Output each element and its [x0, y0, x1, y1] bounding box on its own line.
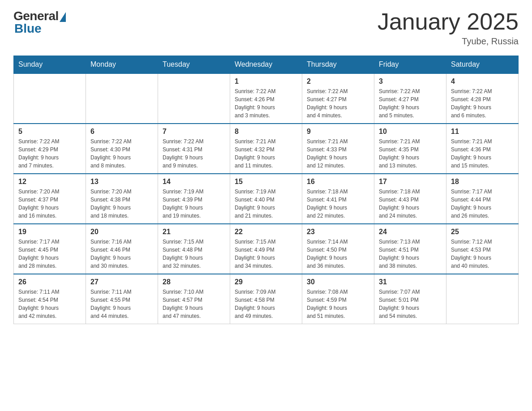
calendar-cell: 23Sunrise: 7:14 AM Sunset: 4:50 PM Dayli…	[302, 224, 374, 274]
day-number: 23	[307, 228, 369, 236]
day-number: 10	[379, 128, 442, 136]
day-number: 25	[451, 228, 514, 236]
title-section: January 2025 Tyube, Russia	[378, 9, 519, 47]
calendar-cell: 16Sunrise: 7:18 AM Sunset: 4:41 PM Dayli…	[302, 174, 374, 224]
weekday-header-thursday: Thursday	[302, 56, 374, 74]
calendar-cell: 1Sunrise: 7:22 AM Sunset: 4:26 PM Daylig…	[230, 73, 302, 124]
day-info: Sunrise: 7:22 AM Sunset: 4:27 PM Dayligh…	[307, 87, 369, 120]
day-info: Sunrise: 7:11 AM Sunset: 4:54 PM Dayligh…	[18, 288, 81, 320]
day-number: 17	[379, 178, 442, 186]
calendar-cell: 26Sunrise: 7:11 AM Sunset: 4:54 PM Dayli…	[14, 274, 86, 324]
day-number: 27	[90, 278, 153, 286]
day-info: Sunrise: 7:22 AM Sunset: 4:30 PM Dayligh…	[90, 137, 153, 170]
weekday-header-saturday: Saturday	[446, 56, 519, 74]
logo-blue-text: Blue	[14, 21, 42, 36]
weekday-header-tuesday: Tuesday	[158, 56, 230, 74]
page-header: General Blue January 2025 Tyube, Russia	[13, 9, 519, 47]
month-title: January 2025	[378, 9, 519, 34]
calendar-cell: 13Sunrise: 7:20 AM Sunset: 4:38 PM Dayli…	[86, 174, 158, 224]
day-info: Sunrise: 7:20 AM Sunset: 4:37 PM Dayligh…	[18, 188, 81, 220]
day-number: 12	[18, 178, 81, 186]
day-info: Sunrise: 7:21 AM Sunset: 4:36 PM Dayligh…	[451, 137, 514, 170]
calendar-cell: 11Sunrise: 7:21 AM Sunset: 4:36 PM Dayli…	[446, 124, 519, 174]
calendar-cell: 27Sunrise: 7:11 AM Sunset: 4:55 PM Dayli…	[86, 274, 158, 324]
calendar-cell: 30Sunrise: 7:08 AM Sunset: 4:59 PM Dayli…	[302, 274, 374, 324]
day-number: 5	[18, 128, 81, 136]
calendar-table: SundayMondayTuesdayWednesdayThursdayFrid…	[13, 56, 519, 324]
day-number: 7	[163, 128, 225, 136]
week-row-5: 26Sunrise: 7:11 AM Sunset: 4:54 PM Dayli…	[14, 274, 519, 324]
day-info: Sunrise: 7:20 AM Sunset: 4:38 PM Dayligh…	[90, 188, 153, 220]
weekday-header-wednesday: Wednesday	[230, 56, 302, 74]
calendar-cell: 17Sunrise: 7:18 AM Sunset: 4:43 PM Dayli…	[374, 174, 446, 224]
calendar-cell: 31Sunrise: 7:07 AM Sunset: 5:01 PM Dayli…	[374, 274, 446, 324]
weekday-header-sunday: Sunday	[14, 56, 86, 74]
calendar-cell	[158, 73, 230, 124]
day-info: Sunrise: 7:22 AM Sunset: 4:29 PM Dayligh…	[18, 137, 81, 170]
calendar-cell	[86, 73, 158, 124]
calendar-cell: 18Sunrise: 7:17 AM Sunset: 4:44 PM Dayli…	[446, 174, 519, 224]
day-number: 1	[235, 77, 297, 86]
day-info: Sunrise: 7:18 AM Sunset: 4:41 PM Dayligh…	[307, 188, 369, 220]
calendar-cell	[446, 274, 519, 324]
day-number: 20	[90, 228, 153, 236]
calendar-cell: 5Sunrise: 7:22 AM Sunset: 4:29 PM Daylig…	[14, 124, 86, 174]
calendar-cell: 10Sunrise: 7:21 AM Sunset: 4:35 PM Dayli…	[374, 124, 446, 174]
day-info: Sunrise: 7:15 AM Sunset: 4:48 PM Dayligh…	[163, 238, 225, 270]
day-info: Sunrise: 7:10 AM Sunset: 4:57 PM Dayligh…	[163, 288, 225, 320]
calendar-cell: 25Sunrise: 7:12 AM Sunset: 4:53 PM Dayli…	[446, 224, 519, 274]
weekday-header-friday: Friday	[374, 56, 446, 74]
calendar-cell: 3Sunrise: 7:22 AM Sunset: 4:27 PM Daylig…	[374, 73, 446, 124]
calendar-cell: 19Sunrise: 7:17 AM Sunset: 4:45 PM Dayli…	[14, 224, 86, 274]
day-info: Sunrise: 7:14 AM Sunset: 4:50 PM Dayligh…	[307, 238, 369, 270]
day-info: Sunrise: 7:07 AM Sunset: 5:01 PM Dayligh…	[379, 288, 442, 320]
week-row-1: 1Sunrise: 7:22 AM Sunset: 4:26 PM Daylig…	[14, 73, 519, 124]
logo-triangle-icon	[60, 12, 66, 22]
day-info: Sunrise: 7:19 AM Sunset: 4:40 PM Dayligh…	[235, 188, 297, 220]
day-number: 15	[235, 178, 297, 186]
day-number: 24	[379, 228, 442, 236]
day-number: 31	[379, 278, 442, 286]
day-info: Sunrise: 7:09 AM Sunset: 4:58 PM Dayligh…	[235, 288, 297, 320]
calendar-cell: 12Sunrise: 7:20 AM Sunset: 4:37 PM Dayli…	[14, 174, 86, 224]
day-info: Sunrise: 7:22 AM Sunset: 4:26 PM Dayligh…	[235, 87, 297, 120]
day-info: Sunrise: 7:19 AM Sunset: 4:39 PM Dayligh…	[163, 188, 225, 220]
calendar-cell: 6Sunrise: 7:22 AM Sunset: 4:30 PM Daylig…	[86, 124, 158, 174]
day-info: Sunrise: 7:22 AM Sunset: 4:27 PM Dayligh…	[379, 87, 442, 120]
calendar-cell	[14, 73, 86, 124]
day-info: Sunrise: 7:22 AM Sunset: 4:28 PM Dayligh…	[451, 87, 514, 120]
day-number: 26	[18, 278, 81, 286]
calendar-cell: 2Sunrise: 7:22 AM Sunset: 4:27 PM Daylig…	[302, 73, 374, 124]
day-info: Sunrise: 7:17 AM Sunset: 4:45 PM Dayligh…	[18, 238, 81, 270]
day-number: 4	[451, 77, 514, 86]
day-number: 19	[18, 228, 81, 236]
calendar-cell: 4Sunrise: 7:22 AM Sunset: 4:28 PM Daylig…	[446, 73, 519, 124]
day-number: 14	[163, 178, 225, 186]
calendar-cell: 29Sunrise: 7:09 AM Sunset: 4:58 PM Dayli…	[230, 274, 302, 324]
day-number: 21	[163, 228, 225, 236]
day-info: Sunrise: 7:16 AM Sunset: 4:46 PM Dayligh…	[90, 238, 153, 270]
calendar-cell: 15Sunrise: 7:19 AM Sunset: 4:40 PM Dayli…	[230, 174, 302, 224]
day-number: 6	[90, 128, 153, 136]
day-info: Sunrise: 7:18 AM Sunset: 4:43 PM Dayligh…	[379, 188, 442, 220]
day-number: 30	[307, 278, 369, 286]
day-number: 2	[307, 77, 369, 86]
calendar-cell: 28Sunrise: 7:10 AM Sunset: 4:57 PM Dayli…	[158, 274, 230, 324]
day-info: Sunrise: 7:08 AM Sunset: 4:59 PM Dayligh…	[307, 288, 369, 320]
day-number: 3	[379, 77, 442, 86]
week-row-3: 12Sunrise: 7:20 AM Sunset: 4:37 PM Dayli…	[14, 174, 519, 224]
calendar-cell: 24Sunrise: 7:13 AM Sunset: 4:51 PM Dayli…	[374, 224, 446, 274]
calendar-cell: 8Sunrise: 7:21 AM Sunset: 4:32 PM Daylig…	[230, 124, 302, 174]
day-number: 29	[235, 278, 297, 286]
day-number: 18	[451, 178, 514, 186]
day-info: Sunrise: 7:11 AM Sunset: 4:55 PM Dayligh…	[90, 288, 153, 320]
location-text: Tyube, Russia	[378, 36, 519, 47]
day-info: Sunrise: 7:21 AM Sunset: 4:35 PM Dayligh…	[379, 137, 442, 170]
day-info: Sunrise: 7:13 AM Sunset: 4:51 PM Dayligh…	[379, 238, 442, 270]
day-number: 11	[451, 128, 514, 136]
calendar-cell: 22Sunrise: 7:15 AM Sunset: 4:49 PM Dayli…	[230, 224, 302, 274]
day-info: Sunrise: 7:15 AM Sunset: 4:49 PM Dayligh…	[235, 238, 297, 270]
calendar-cell: 7Sunrise: 7:22 AM Sunset: 4:31 PM Daylig…	[158, 124, 230, 174]
day-info: Sunrise: 7:22 AM Sunset: 4:31 PM Dayligh…	[163, 137, 225, 170]
week-row-2: 5Sunrise: 7:22 AM Sunset: 4:29 PM Daylig…	[14, 124, 519, 174]
